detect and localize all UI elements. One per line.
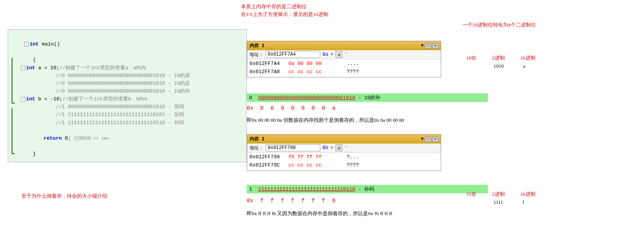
- hex-a-3: 0: [291, 105, 294, 111]
- hex-b-4: f: [301, 198, 304, 204]
- mem-addr-link-a[interactable]: &a: [323, 52, 328, 57]
- mem-addr-link-b[interactable]: &b: [323, 145, 328, 151]
- mem-extra-a[interactable]: ″: [345, 52, 347, 57]
- right-note: 一个16进制位转化为4个二进制位: [462, 21, 536, 28]
- mem-addr-b2: 0x012FF79C: [250, 161, 284, 170]
- num15-hex-val: f: [523, 199, 524, 205]
- bracket-a: [12, 58, 15, 103]
- code-line-return: return 0; 已用时间 <= 1ms: [12, 127, 243, 150]
- collapse-int-b-btn[interactable]: -: [21, 97, 25, 102]
- top-note-line2: 在VS上为了方便展示，显示的是16进制: [241, 11, 328, 18]
- hex-b-prefix: 0x: [247, 198, 253, 204]
- hex-b-3: f: [291, 198, 294, 204]
- mem-title-bar-b: 内存 1 ▼ □ ✕: [247, 135, 441, 144]
- binary-a-prefix: 0: [249, 95, 258, 101]
- mem-row-a2: 0x012FF7A8 cc cc cc cc ????: [250, 68, 438, 76]
- mem-addr-input-a[interactable]: [266, 51, 320, 58]
- mem-addr-bar-b: 地址： &b ▼ ↺ ″: [247, 144, 441, 153]
- hex-a-prefix: 0x: [247, 105, 253, 111]
- hex-b-0: f: [260, 198, 264, 204]
- num15-header-row: 15在 2进制 16进制: [466, 191, 536, 198]
- mem-title-b: 内存 1: [250, 136, 264, 142]
- hex-b-2: f: [281, 198, 284, 204]
- mem-vals-a2: cc cc cc cc: [288, 68, 343, 76]
- code-line-int-a: - int a = 10;//创建了一个int类型的变量a，a向内: [12, 64, 243, 72]
- mem-chars-a2: ????: [347, 68, 359, 76]
- mem-refresh-a[interactable]: ↺: [335, 51, 342, 58]
- num10-binary-val: 1010: [494, 63, 504, 69]
- mem-addr-b1: 0x012FF798: [250, 153, 284, 161]
- mem-chars-b2: ????: [347, 161, 359, 170]
- mem-addr-a1: 0x012FF7A4: [250, 60, 284, 68]
- top-note-line1: 本质上内存中存的是二进制位: [241, 3, 307, 10]
- binary-highlight-a: 0 00000000000000000000000000001010 - 10的…: [247, 93, 488, 102]
- num10-header-row: 10在 2进制 16进制: [466, 54, 536, 61]
- mem-addr-bar-a: 地址： &a ▼ ↺ ″: [247, 50, 441, 59]
- code-line-b-comp: //1 11111111111111111111111111110110 - 补…: [12, 119, 243, 127]
- hex-b-5: f: [312, 198, 315, 204]
- bottom-note: 至于为什么倒着存，待会的大小端介绍: [21, 193, 107, 200]
- hex-a-5: 0: [312, 105, 315, 111]
- mem-chars-a1: ....: [347, 60, 359, 68]
- mem-vals-a1: 0a 00 00 00: [288, 60, 343, 68]
- num10-hex-val: a: [523, 63, 525, 69]
- num15-binary-val: 1111: [494, 199, 503, 205]
- mem-chars-b1: ?...: [347, 153, 359, 161]
- mem-close-b[interactable]: ✕: [432, 137, 438, 142]
- num15-table: 15在 2进制 16进制 1111 f: [466, 191, 536, 205]
- mem-minimize-a[interactable]: □: [425, 43, 431, 49]
- num10-table: 10在 2进制 16进制 1010 a: [466, 54, 536, 69]
- code-line-a-orig: //0 00000000000000000000000000001010 - 1…: [12, 72, 243, 80]
- hex-b-1: f: [271, 198, 274, 204]
- mem-addr-label-a: 地址：: [250, 51, 264, 58]
- binary-a-bits: 00000000000000000000000000001010: [258, 95, 355, 101]
- mem-dropdown-a[interactable]: ▼: [330, 52, 333, 57]
- code-line-b-orig: //1 00000000000000000000000000001010 - 原…: [12, 103, 243, 111]
- note-b-storage: 即0x ff ff ff f6 又因为数据在内存中是倒着存的，所以是0x f6 …: [247, 210, 392, 217]
- num15-binary-header: 2进制: [492, 191, 505, 198]
- binary-a-suffix: - 10的补: [355, 94, 380, 101]
- binary-b-prefix: 1: [249, 186, 258, 192]
- hex-row-a: 0x 0 0 0 0 0 0 0 a: [247, 105, 335, 111]
- mem-pin-btn-a[interactable]: ▼: [421, 43, 424, 49]
- hex-b-7: 6: [332, 198, 335, 204]
- binary-b-suffix: - 补码: [355, 186, 374, 193]
- num10-binary-header: 2进制: [492, 54, 505, 61]
- code-line-open-brace: {: [12, 56, 243, 64]
- code-line-int-b: - int b = -10;//创建了一个int类型的变量b，b向b: [12, 95, 243, 103]
- hex-a-2: 0: [281, 105, 284, 111]
- mem-refresh-b[interactable]: ↺: [335, 144, 342, 151]
- code-line-b-inv: //1 11111111111111111111111111110101 - 反…: [12, 111, 243, 119]
- collapse-int-a-btn[interactable]: -: [21, 66, 25, 70]
- hex-row-b: 0x f f f f f f f 6: [247, 198, 335, 204]
- mem-addr-input-b[interactable]: [266, 144, 320, 151]
- collapse-main-btn[interactable]: -: [24, 42, 29, 47]
- mem-title-bar-a: 内存 1 ▼ □ ✕: [247, 41, 441, 50]
- bracket-b: [12, 108, 15, 154]
- code-line-a-inv: //0 00000000000000000000000000001010 - 1…: [12, 80, 243, 88]
- num15-label: 15在: [466, 191, 476, 198]
- memory-window-a: 内存 1 ▼ □ ✕ 地址： &a ▼ ↺ ″ 0x012FF7A4 0a 00…: [247, 41, 441, 77]
- mem-title-a: 内存 1: [250, 42, 264, 49]
- code-line-a-comp: //0 00000000000000000000000000001010 - 1…: [12, 88, 243, 95]
- note-a-storage: 即0x 00 00 00 0a 但数据在内存找那个是倒着存的，所以是0x 0a …: [247, 117, 404, 124]
- hex-a-6: 0: [322, 105, 325, 111]
- binary-b-bits: 11111111111111111111111111110110: [258, 186, 355, 192]
- mem-dropdown-b[interactable]: ▼: [330, 146, 333, 150]
- mem-vals-b1: f6 ff ff ff: [288, 153, 343, 161]
- mem-close-a[interactable]: ✕: [432, 43, 438, 49]
- mem-addr-a2: 0x012FF7A8: [250, 68, 284, 76]
- mem-extra-b[interactable]: ″: [345, 146, 347, 150]
- mem-row-b2: 0x012FF79C cc cc cc cc ????: [250, 161, 438, 170]
- num15-hex-header: 16进制: [520, 191, 536, 198]
- code-line-main: -int main(): [12, 33, 243, 56]
- mem-addr-label-b: 地址：: [250, 145, 264, 151]
- mem-row-b1: 0x012FF798 f6 ff ff ff ?...: [250, 153, 438, 161]
- hex-a-0: 0: [260, 105, 264, 111]
- mem-minimize-b[interactable]: □: [425, 137, 431, 142]
- mem-pin-btn-b[interactable]: ▼: [421, 137, 424, 142]
- hex-b-6: f: [322, 198, 325, 204]
- memory-window-b: 内存 1 ▼ □ ✕ 地址： &b ▼ ↺ ″ 0x012FF798 f6 ff…: [247, 134, 441, 171]
- hex-a-7: a: [332, 105, 335, 111]
- binary-highlight-b: 1 11111111111111111111111111110110 - 补码: [247, 185, 488, 193]
